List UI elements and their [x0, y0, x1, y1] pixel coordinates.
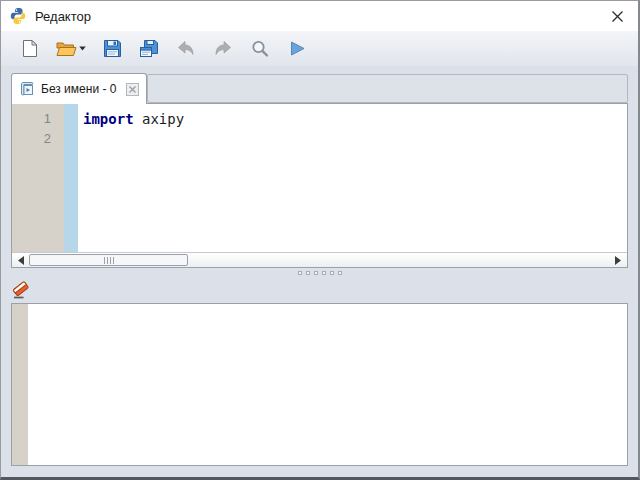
search-button[interactable] — [246, 35, 274, 63]
tab-close-icon[interactable] — [126, 83, 139, 96]
line-number-gutter: 1 2 — [12, 104, 64, 252]
eraser-icon — [11, 280, 32, 301]
splitter-dot — [330, 271, 334, 275]
redo-icon — [213, 40, 233, 57]
open-folder-icon — [56, 40, 77, 57]
save-all-icon — [139, 39, 159, 59]
python-icon — [9, 7, 27, 25]
output-toolbar — [1, 278, 638, 303]
clear-output-button[interactable] — [9, 279, 33, 303]
redo-button[interactable] — [209, 35, 237, 63]
window-title: Редактор — [35, 9, 91, 24]
code-editor-pane: 1 2 import axipy — [11, 103, 628, 268]
code-keyword: import — [83, 111, 134, 127]
panel-splitter-handle[interactable] — [1, 268, 638, 278]
undo-button[interactable] — [172, 35, 200, 63]
thumb-grip — [110, 257, 111, 264]
tab-untitled-0[interactable]: Без имени - 0 — [11, 73, 147, 104]
run-icon — [289, 40, 306, 57]
code-separator — [134, 111, 142, 127]
line-number: 2 — [12, 129, 51, 149]
titlebar[interactable]: Редактор — [1, 1, 638, 31]
new-file-button[interactable] — [15, 35, 43, 63]
run-button[interactable] — [283, 35, 311, 63]
thumb-grip — [104, 257, 105, 264]
output-text-area[interactable] — [28, 304, 627, 465]
close-button[interactable] — [598, 1, 636, 31]
tab-label: Без имени - 0 — [41, 82, 119, 96]
scrollbar-thumb[interactable] — [29, 254, 188, 266]
horizontal-scrollbar[interactable] — [12, 252, 627, 267]
undo-icon — [176, 40, 196, 57]
output-gutter — [12, 304, 28, 465]
save-icon — [103, 39, 122, 58]
search-icon — [250, 39, 270, 59]
thumb-grip — [107, 257, 108, 264]
tabbar-empty-area — [147, 74, 628, 103]
open-file-button[interactable] — [52, 35, 89, 63]
fold-margin — [64, 104, 78, 252]
scroll-left-arrow-icon[interactable] — [14, 254, 28, 267]
splitter-dot — [306, 271, 310, 275]
save-button[interactable] — [98, 35, 126, 63]
main-toolbar — [1, 31, 638, 66]
output-pane — [11, 303, 628, 466]
splitter-dot — [314, 271, 318, 275]
splitter-dot — [338, 271, 342, 275]
save-all-button[interactable] — [135, 35, 163, 63]
script-icon — [19, 81, 35, 97]
code-text-area[interactable]: import axipy — [78, 104, 627, 252]
splitter-dot — [322, 271, 326, 275]
scroll-right-arrow-icon[interactable] — [611, 254, 625, 267]
line-number: 1 — [12, 109, 51, 129]
thumb-grip — [113, 257, 114, 264]
new-file-icon — [21, 39, 38, 58]
close-icon — [611, 10, 624, 23]
splitter-dot — [298, 271, 302, 275]
chevron-down-icon — [79, 46, 86, 51]
editor-window: Редактор — [0, 0, 640, 480]
code-editor[interactable]: 1 2 import axipy — [12, 104, 627, 252]
code-module: axipy — [142, 111, 184, 127]
